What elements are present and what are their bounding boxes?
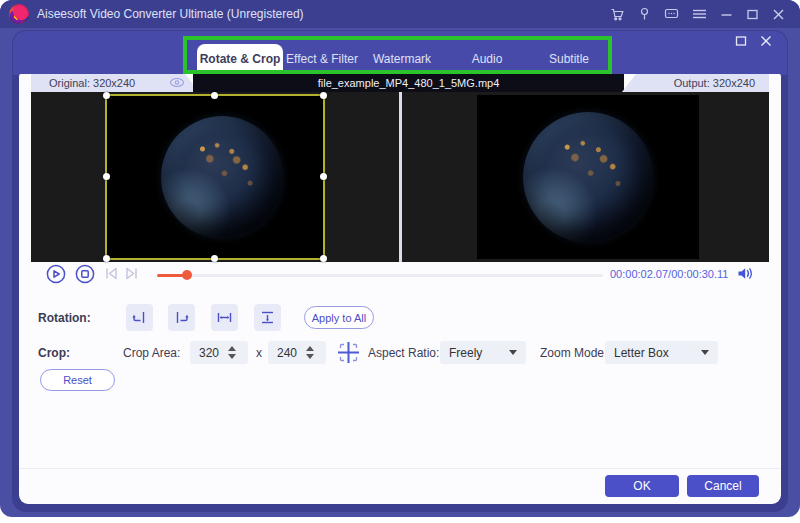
filename-text: file_example_MP4_480_1_5MG.mp4	[318, 77, 500, 89]
tab-rotate-crop[interactable]: Rotate & Crop	[197, 44, 283, 74]
dialog-controls	[735, 33, 772, 51]
zoom-mode-value: Letter Box	[614, 346, 669, 360]
crop-height-arrows[interactable]	[306, 346, 314, 359]
crop-width-arrows[interactable]	[228, 346, 236, 359]
rotate-right-button[interactable]	[168, 304, 195, 331]
pin-icon[interactable]	[638, 7, 651, 21]
footer-divider	[19, 468, 781, 469]
filename-bar: file_example_MP4_480_1_5MG.mp4	[193, 74, 624, 92]
crop-handle-bottom-right[interactable]	[320, 255, 327, 262]
maximize-icon[interactable]	[746, 8, 759, 21]
titlebar-icons	[610, 0, 785, 28]
close-icon[interactable]	[772, 8, 785, 21]
aspect-ratio-value: Freely	[449, 346, 482, 360]
crop-width-input[interactable]	[190, 346, 226, 360]
window-title: Aiseesoft Video Converter Ultimate (Unre…	[37, 7, 304, 21]
stop-button[interactable]	[75, 264, 95, 284]
crop-handle-bottom-left[interactable]	[103, 255, 110, 262]
aspect-ratio-dropdown[interactable]: Freely	[440, 341, 526, 364]
tab-watermark[interactable]: Watermark	[357, 50, 447, 68]
crop-height-input[interactable]	[268, 346, 304, 360]
chevron-down-icon	[701, 350, 709, 355]
rotation-label: Rotation:	[38, 311, 91, 325]
crop-label: Crop:	[38, 346, 70, 360]
menu-icon[interactable]	[692, 8, 707, 20]
seek-progress	[157, 274, 185, 277]
crop-area-label: Crop Area:	[123, 346, 180, 360]
ok-button[interactable]: OK	[605, 475, 679, 497]
crop-selection-box[interactable]	[105, 94, 325, 260]
chevron-down-icon	[509, 350, 517, 355]
flip-vertical-button[interactable]	[254, 304, 281, 331]
volume-icon[interactable]	[737, 266, 754, 285]
preview-divider	[399, 92, 402, 262]
tab-subtitle[interactable]: Subtitle	[524, 50, 614, 68]
crop-handle-top-middle[interactable]	[211, 92, 218, 99]
times-label: x	[256, 346, 262, 360]
output-video-frame	[477, 95, 699, 259]
apply-to-all-button[interactable]: Apply to All	[304, 306, 374, 329]
original-size-tab: Original: 320x240	[31, 74, 199, 92]
flip-horizontal-button[interactable]	[211, 304, 238, 331]
output-size-tab: Output: 320x240	[622, 74, 769, 92]
next-frame-button[interactable]	[124, 266, 139, 281]
reset-button[interactable]: Reset	[40, 369, 115, 391]
crop-width-stepper[interactable]	[190, 341, 248, 364]
dialog-maximize-icon[interactable]	[735, 33, 747, 51]
preview-area	[31, 92, 769, 262]
original-size-label: Original: 320x240	[49, 77, 135, 89]
crop-center-icon[interactable]	[336, 340, 361, 365]
play-button[interactable]	[46, 264, 66, 284]
time-display: 00:00:02.07/00:00:30.11	[610, 268, 728, 280]
eye-icon[interactable]	[169, 77, 185, 90]
aspect-ratio-label: Aspect Ratio:	[368, 346, 439, 360]
crop-height-stepper[interactable]	[268, 341, 326, 364]
cart-icon[interactable]	[610, 7, 625, 22]
output-size-label: Output: 320x240	[674, 77, 755, 89]
crop-handle-top-left[interactable]	[103, 92, 110, 99]
seek-slider[interactable]	[157, 274, 603, 277]
crop-handle-top-right[interactable]	[320, 92, 327, 99]
seek-handle[interactable]	[182, 270, 192, 280]
app-logo-icon	[9, 4, 29, 24]
zoom-mode-dropdown[interactable]: Letter Box	[605, 341, 718, 364]
video-content-earth	[523, 112, 653, 242]
crop-handle-middle-left[interactable]	[103, 173, 110, 180]
minimize-icon[interactable]	[720, 8, 733, 21]
feedback-icon[interactable]	[664, 7, 679, 21]
previous-frame-button[interactable]	[104, 266, 119, 281]
zoom-mode-label: Zoom Mode:	[540, 346, 607, 360]
tab-audio[interactable]: Audio	[442, 50, 532, 68]
crop-handle-bottom-middle[interactable]	[211, 255, 218, 262]
dialog-close-icon[interactable]	[760, 33, 772, 51]
cancel-button[interactable]: Cancel	[687, 475, 759, 497]
rotate-left-button[interactable]	[126, 304, 153, 331]
tab-effect-filter[interactable]: Effect & Filter	[277, 50, 367, 68]
screen: Aiseesoft Video Converter Ultimate (Unre…	[0, 0, 800, 523]
crop-handle-middle-right[interactable]	[320, 173, 327, 180]
